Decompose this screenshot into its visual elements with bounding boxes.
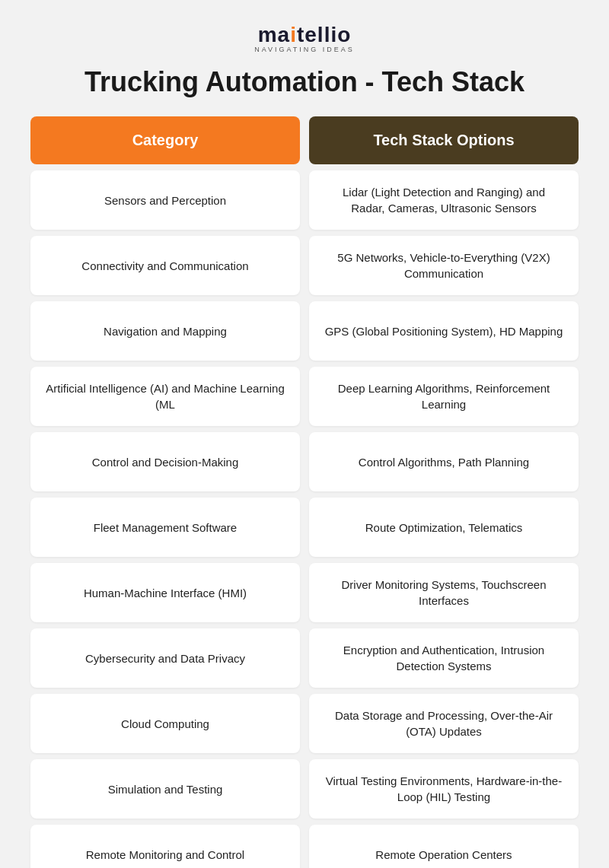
category-cell: Cloud Computing	[30, 694, 300, 753]
table-row: Navigation and MappingGPS (Global Positi…	[30, 301, 579, 361]
category-cell: Cybersecurity and Data Privacy	[30, 628, 300, 688]
category-cell: Sensors and Perception	[30, 170, 300, 230]
header-category: Category	[30, 116, 300, 164]
page-container: maitellio NAVIGATING IDEAS Trucking Auto…	[0, 0, 609, 868]
techstack-cell: 5G Networks, Vehicle-to-Everything (V2X)…	[309, 236, 579, 295]
table-row: Cybersecurity and Data PrivacyEncryption…	[30, 628, 579, 688]
table-row: Human-Machine Interface (HMI)Driver Moni…	[30, 563, 579, 622]
category-cell: Navigation and Mapping	[30, 301, 300, 361]
logo-brand: maitellio	[254, 23, 355, 47]
page-title: Trucking Automation - Tech Stack	[30, 65, 579, 98]
table-row: Remote Monitoring and ControlRemote Oper…	[30, 825, 579, 868]
header-techstack: Tech Stack Options	[309, 116, 579, 164]
logo-highlight: i	[290, 23, 297, 46]
table-row: Sensors and PerceptionLidar (Light Detec…	[30, 170, 579, 230]
techstack-cell: GPS (Global Positioning System), HD Mapp…	[309, 301, 579, 361]
category-cell: Simulation and Testing	[30, 759, 300, 819]
category-cell: Remote Monitoring and Control	[30, 825, 300, 868]
category-cell: Fleet Management Software	[30, 498, 300, 557]
logo-tagline: NAVIGATING IDEAS	[254, 46, 355, 53]
table-header-row: Category Tech Stack Options	[30, 116, 579, 164]
techstack-cell: Encryption and Authentication, Intrusion…	[309, 628, 579, 688]
techstack-cell: Data Storage and Processing, Over-the-Ai…	[309, 694, 579, 753]
table-row: Cloud ComputingData Storage and Processi…	[30, 694, 579, 753]
table-row: Connectivity and Communication5G Network…	[30, 236, 579, 295]
techstack-cell: Virtual Testing Environments, Hardware-i…	[309, 759, 579, 819]
techstack-cell: Control Algorithms, Path Planning	[309, 432, 579, 491]
logo-area: maitellio NAVIGATING IDEAS	[30, 15, 579, 53]
category-cell: Artificial Intelligence (AI) and Machine…	[30, 367, 300, 426]
techstack-cell: Lidar (Light Detection and Ranging) and …	[309, 170, 579, 230]
table-body: Sensors and PerceptionLidar (Light Detec…	[30, 170, 579, 868]
techstack-cell: Driver Monitoring Systems, Touchscreen I…	[309, 563, 579, 622]
table-row: Control and Decision-MakingControl Algor…	[30, 432, 579, 491]
table-row: Artificial Intelligence (AI) and Machine…	[30, 367, 579, 426]
logo: maitellio NAVIGATING IDEAS	[254, 23, 355, 53]
category-cell: Human-Machine Interface (HMI)	[30, 563, 300, 622]
table-row: Fleet Management SoftwareRoute Optimizat…	[30, 498, 579, 557]
techstack-cell: Remote Operation Centers	[309, 825, 579, 868]
techstack-cell: Route Optimization, Telematics	[309, 498, 579, 557]
table-row: Simulation and TestingVirtual Testing En…	[30, 759, 579, 819]
category-cell: Control and Decision-Making	[30, 432, 300, 491]
category-cell: Connectivity and Communication	[30, 236, 300, 295]
techstack-cell: Deep Learning Algorithms, Reinforcement …	[309, 367, 579, 426]
